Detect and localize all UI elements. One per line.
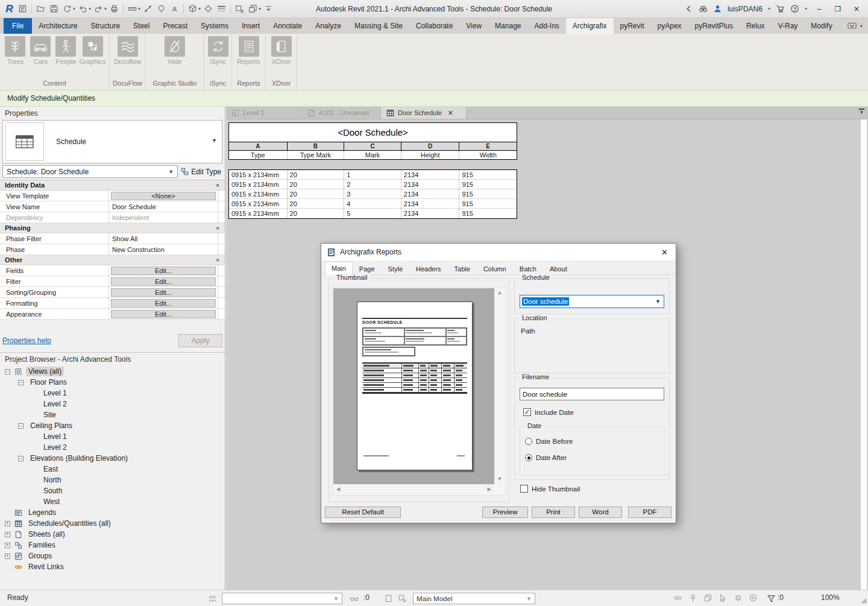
column-letter[interactable]: D (401, 142, 460, 150)
minimize-button[interactable]: – (813, 5, 826, 13)
collapse-chevrons-icon[interactable]: « (215, 258, 222, 262)
collapse-box-icon[interactable]: – (5, 369, 10, 374)
column-header[interactable]: Type (229, 151, 288, 159)
property-edit-button[interactable]: <None> (111, 192, 216, 200)
section-header-other[interactable]: Other« (0, 255, 225, 265)
ribbon-tool-trees[interactable]: Trees (3, 36, 27, 65)
ribbon-tab-systems[interactable]: Systems (194, 18, 235, 34)
dialog-tab-batch[interactable]: Batch (513, 262, 543, 274)
properties-help-link[interactable]: Properties help (2, 336, 51, 345)
design-options-icon[interactable] (384, 594, 393, 603)
filename-input[interactable] (520, 388, 664, 400)
scroll-left-icon[interactable]: ◀ (333, 485, 343, 494)
dropdown-caret-icon[interactable]: ▾ (259, 6, 261, 11)
default-3d-view-icon[interactable] (186, 2, 199, 16)
resize-grip[interactable]: ◢ (861, 596, 866, 604)
ribbon-tab-view[interactable]: View (459, 18, 488, 34)
type-selector[interactable]: Schedule ▼ (2, 120, 222, 163)
column-letter[interactable]: C (344, 142, 401, 150)
expand-box-icon[interactable]: + (5, 554, 10, 559)
table-cell[interactable]: 2 (344, 180, 401, 189)
dialog-tab-column[interactable]: Column (477, 262, 513, 274)
section-header-phasing[interactable]: Phasing« (0, 223, 225, 233)
column-letter[interactable]: E (459, 142, 517, 150)
expand-box-icon[interactable]: + (5, 521, 10, 526)
property-value[interactable]: Edit... (109, 265, 218, 276)
dialog-tab-main[interactable]: Main (325, 262, 353, 275)
measure-icon[interactable] (126, 2, 139, 16)
tag-by-category-icon[interactable] (155, 2, 168, 16)
ribbon-tool-cars[interactable]: Cars (28, 36, 52, 65)
table-row[interactable]: 0915 x 2134mm2012134915 (229, 170, 517, 180)
thumbnail-hscrollbar[interactable]: ◀ ▶ (333, 485, 494, 494)
editing-requests-icon[interactable] (350, 594, 359, 603)
close-button[interactable]: ✕ (850, 5, 863, 13)
collapse-chevrons-icon[interactable]: « (215, 183, 222, 187)
scroll-right-icon[interactable]: ▶ (485, 485, 494, 494)
ribbon-tab-modify[interactable]: Modify (804, 18, 838, 34)
collapse-chevrons-icon[interactable]: « (215, 226, 222, 230)
dropdown-caret-icon[interactable]: ▾ (104, 6, 107, 11)
property-value[interactable]: Edit... (109, 276, 218, 286)
project-properties-icon[interactable] (16, 2, 29, 16)
view-tab-door-schedule[interactable]: Door Schedule✕ (381, 107, 467, 119)
exclude-links-icon[interactable] (673, 593, 682, 602)
table-cell[interactable]: 20 (288, 189, 345, 198)
dropdown-caret-icon[interactable]: ▾ (198, 6, 201, 11)
exclude-pinned-icon[interactable] (688, 593, 697, 602)
collapse-arrow-icon[interactable] (684, 4, 693, 13)
ribbon-display-toggle-icon[interactable]: ▾ (848, 22, 863, 30)
radio-date-before[interactable]: Date Before (525, 438, 573, 445)
tree-item-legends[interactable]: Legends (0, 507, 225, 518)
column-letter[interactable]: A (229, 142, 288, 150)
property-value[interactable]: Edit... (109, 298, 218, 308)
tab-overflow-icon[interactable]: » (841, 22, 844, 30)
ribbon-tool-isync[interactable]: iSync (206, 36, 230, 65)
help-icon[interactable]: ? (790, 4, 799, 13)
user-avatar-icon[interactable] (713, 4, 722, 13)
scroll-up-icon[interactable]: ▲ (495, 288, 505, 298)
dropdown-caret-icon[interactable]: ▾ (73, 6, 75, 11)
close-view-icon[interactable]: ✕ (448, 109, 453, 117)
table-row[interactable]: 0915 x 2134mm2042134915 (229, 199, 517, 209)
tree-item-level-2[interactable]: Level 2 (0, 399, 225, 409)
print-button[interactable]: Print (532, 507, 575, 518)
reset-default-button[interactable]: Reset Default (325, 507, 401, 518)
dialog-close-icon[interactable]: ✕ (659, 248, 670, 257)
thin-lines-icon[interactable] (215, 2, 228, 16)
expand-box-icon[interactable]: + (5, 532, 10, 537)
tree-item-west[interactable]: West (0, 496, 225, 507)
tree-item-revit-links[interactable]: Revit Links (0, 561, 225, 572)
table-cell[interactable]: 915 (459, 180, 517, 189)
table-cell[interactable]: 20 (288, 180, 345, 189)
checkbox-icon[interactable] (520, 485, 528, 493)
table-cell[interactable]: 915 (459, 209, 517, 218)
exclude-underlay-icon[interactable] (703, 593, 712, 602)
worksets-icon[interactable] (208, 594, 217, 603)
property-edit-button[interactable]: Edit... (111, 277, 216, 286)
pdf-button[interactable]: PDF (628, 507, 671, 518)
collapse-box-icon[interactable]: – (18, 423, 24, 429)
zoom-level[interactable]: 100% (821, 593, 840, 602)
tree-item-groups[interactable]: +Groups (0, 551, 225, 561)
tree-item-level-1[interactable]: Level 1 (0, 431, 225, 442)
ribbon-tab-annotate[interactable]: Annotate (266, 18, 309, 34)
tree-item-east[interactable]: East (0, 464, 225, 475)
table-cell[interactable]: 4 (344, 199, 401, 208)
table-cell[interactable]: 1 (344, 170, 401, 179)
close-inactive-views-icon[interactable] (233, 2, 246, 16)
tree-item-south[interactable]: South (0, 485, 225, 496)
ribbon-tab-relux[interactable]: Relux (740, 18, 772, 34)
scroll-down-icon[interactable]: ▼ (495, 475, 505, 484)
user-menu-caret-icon[interactable]: ▾ (768, 6, 770, 11)
ribbon-tool-graphics[interactable]: Graphics (79, 36, 105, 65)
ribbon-tool-people[interactable]: People (54, 36, 78, 65)
table-cell[interactable]: 3 (344, 189, 401, 198)
ribbon-tool-reports[interactable]: Reports (237, 36, 261, 65)
dialog-tab-about[interactable]: About (543, 262, 574, 274)
switch-windows-icon[interactable] (247, 2, 259, 16)
radio-icon[interactable] (525, 454, 532, 461)
property-edit-button[interactable]: Edit... (111, 267, 216, 275)
text-icon[interactable]: A (168, 2, 181, 16)
table-cell[interactable]: 2134 (401, 209, 460, 218)
